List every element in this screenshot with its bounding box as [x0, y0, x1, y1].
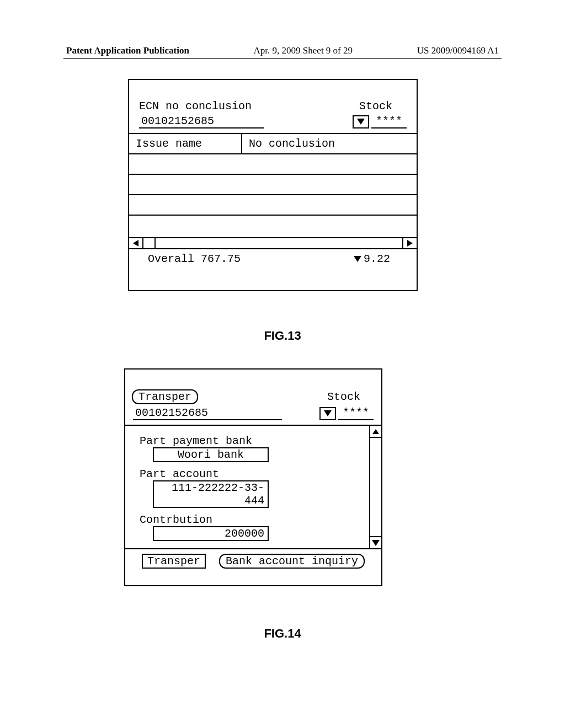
table-body	[129, 154, 417, 237]
fig14-panel: Transper Stock 00102152685 **** Part pay…	[124, 368, 382, 586]
fig13-panel: ECN no conclusion Stock 00102152685 ****…	[128, 79, 418, 291]
contribution-field[interactable]: 200000	[153, 526, 269, 541]
scroll-right-button[interactable]	[402, 238, 417, 248]
header-right: US 2009/0094169 A1	[417, 45, 499, 56]
transper-button[interactable]: Transper	[142, 554, 206, 569]
column-header-issue: Issue name	[129, 134, 242, 153]
figure-caption-13: FIG.13	[0, 329, 565, 343]
header-center: Apr. 9, 2009 Sheet 9 of 29	[254, 45, 353, 56]
vertical-scrollbar[interactable]	[369, 426, 381, 548]
table-row	[129, 175, 417, 195]
triangle-up-icon	[372, 429, 379, 434]
table-row	[129, 154, 417, 175]
account-label: Part account	[140, 468, 359, 480]
table-row	[129, 216, 417, 236]
overall-value: Overall 767.75	[139, 253, 241, 265]
form-content: Part payment bank Woori bank Part accoun…	[125, 426, 369, 548]
bank-inquiry-button[interactable]: Bank account inquiry	[219, 554, 365, 569]
chevron-down-icon	[357, 119, 365, 125]
triangle-down-icon	[354, 256, 361, 262]
scrollbar-thumb[interactable]	[143, 238, 156, 248]
contribution-label: Contrbution	[140, 513, 359, 526]
horizontal-scrollbar[interactable]	[129, 237, 417, 249]
scrollbar-track[interactable]	[370, 438, 381, 536]
stock-label: Stock	[359, 100, 407, 113]
triangle-right-icon	[407, 240, 413, 247]
ecn-label: ECN no conclusion	[139, 100, 359, 113]
chevron-down-icon	[324, 410, 332, 416]
figure-caption-14: FIG.14	[0, 627, 565, 641]
triangle-left-icon	[133, 240, 138, 247]
account-field[interactable]: 111-222222-33-444	[153, 480, 269, 508]
table-row	[129, 195, 417, 216]
stock-label: Stock	[327, 390, 375, 403]
page-header: Patent Application Publication Apr. 9, 2…	[0, 45, 565, 56]
header-left: Patent Application Publication	[66, 45, 189, 56]
scroll-left-button[interactable]	[129, 238, 143, 248]
scroll-down-button[interactable]	[370, 536, 381, 548]
dropdown-button[interactable]	[319, 407, 336, 420]
scroll-up-button[interactable]	[370, 426, 381, 438]
change-value: 9.22	[354, 253, 407, 265]
dropdown-button[interactable]	[353, 115, 369, 129]
column-header-noconclusion: No conclusion	[242, 134, 417, 153]
triangle-down-icon	[372, 540, 380, 546]
account-number: 00102152685	[133, 406, 282, 420]
header-rule	[63, 58, 502, 59]
password-masked[interactable]: ****	[338, 406, 374, 420]
bank-field[interactable]: Woori bank	[153, 447, 269, 462]
account-number: 00102152685	[139, 115, 264, 129]
password-masked[interactable]: ****	[371, 115, 407, 129]
transper-title-button[interactable]: Transper	[132, 389, 198, 404]
bank-label: Part payment bank	[140, 435, 359, 447]
